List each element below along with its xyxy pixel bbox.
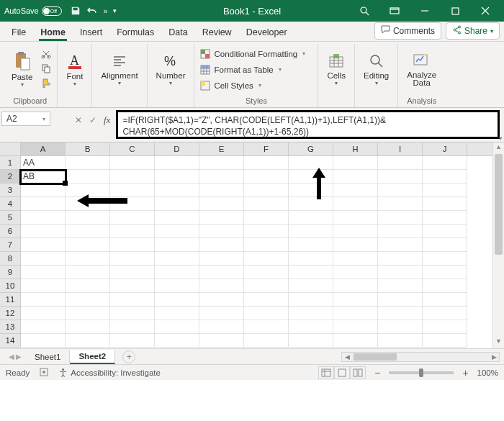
cell-D6[interactable] — [155, 225, 199, 238]
worksheet-grid[interactable]: ABCDEFGHIJ1AA2AB34567891011121314 ▲ ▼ — [0, 142, 504, 348]
col-header-B[interactable]: B — [66, 142, 110, 155]
toggle-switch[interactable]: Off — [42, 6, 62, 16]
row-header-8[interactable]: 8 — [0, 252, 21, 266]
cell-H3[interactable] — [333, 184, 378, 197]
cell-H7[interactable] — [333, 238, 378, 252]
cell-F13[interactable] — [244, 320, 289, 334]
cell-E11[interactable] — [199, 293, 244, 307]
cell-F14[interactable] — [244, 334, 289, 348]
minimize-icon[interactable] — [410, 0, 439, 22]
cell-A3[interactable] — [21, 184, 66, 197]
cell-C11[interactable] — [110, 293, 155, 307]
sheet-tab-1[interactable]: Sheet1 — [26, 350, 70, 363]
alignment-button[interactable]: Alignment ▾ — [98, 51, 140, 88]
cell-A2[interactable]: AB — [21, 170, 66, 184]
cell-E4[interactable] — [199, 197, 244, 211]
macro-record-icon[interactable] — [40, 368, 48, 378]
cell-H5[interactable] — [333, 211, 378, 225]
cell-B11[interactable] — [66, 293, 110, 307]
cell-F10[interactable] — [244, 279, 289, 293]
row-header-5[interactable]: 5 — [0, 211, 21, 225]
cell-E12[interactable] — [199, 307, 244, 320]
cell-J5[interactable] — [423, 211, 467, 225]
save-icon[interactable] — [71, 6, 81, 16]
scrollbar-thumb[interactable] — [495, 154, 503, 255]
cell-J3[interactable] — [423, 184, 467, 197]
undo-icon[interactable] — [86, 6, 98, 16]
cell-G14[interactable] — [289, 334, 333, 348]
cell-C9[interactable] — [110, 266, 155, 279]
cell-J7[interactable] — [423, 238, 467, 252]
cell-B13[interactable] — [66, 320, 110, 334]
cell-I7[interactable] — [378, 238, 423, 252]
cell-H6[interactable] — [333, 225, 378, 238]
row-header-11[interactable]: 11 — [0, 293, 21, 307]
cell-I2[interactable] — [378, 170, 423, 184]
cell-H10[interactable] — [333, 279, 378, 293]
cell-I10[interactable] — [378, 279, 423, 293]
cell-E8[interactable] — [199, 252, 244, 266]
cell-G5[interactable] — [289, 211, 333, 225]
cell-D11[interactable] — [155, 293, 199, 307]
cell-D2[interactable] — [155, 170, 199, 184]
cell-J10[interactable] — [423, 279, 467, 293]
cell-A14[interactable] — [21, 334, 66, 348]
cell-A4[interactable] — [21, 197, 66, 211]
cell-C5[interactable] — [110, 211, 155, 225]
name-box[interactable]: A2 ▾ — [1, 112, 50, 126]
col-header-F[interactable]: F — [244, 142, 289, 155]
cell-A5[interactable] — [21, 211, 66, 225]
cell-B12[interactable] — [66, 307, 110, 320]
row-header-1[interactable]: 1 — [0, 156, 21, 170]
tab-file[interactable]: File — [4, 24, 33, 41]
row-header-9[interactable]: 9 — [0, 266, 21, 279]
qat-dropdown-icon[interactable]: ▾ — [113, 7, 117, 14]
cell-I13[interactable] — [378, 320, 423, 334]
cell-C1[interactable] — [110, 156, 155, 170]
row-header-4[interactable]: 4 — [0, 197, 21, 211]
chevron-down-icon[interactable]: ▾ — [42, 116, 45, 122]
autosave-toggle[interactable]: AutoSave Off — [4, 6, 62, 16]
cell-H12[interactable] — [333, 307, 378, 320]
cell-F7[interactable] — [244, 238, 289, 252]
cell-I6[interactable] — [378, 225, 423, 238]
cell-H8[interactable] — [333, 252, 378, 266]
cell-I3[interactable] — [378, 184, 423, 197]
cell-J12[interactable] — [423, 307, 467, 320]
cell-F4[interactable] — [244, 197, 289, 211]
cell-A8[interactable] — [21, 252, 66, 266]
cell-I11[interactable] — [378, 293, 423, 307]
cell-D1[interactable] — [155, 156, 199, 170]
cell-G11[interactable] — [289, 293, 333, 307]
cell-A6[interactable] — [21, 225, 66, 238]
row-header-7[interactable]: 7 — [0, 238, 21, 252]
hscroll-thumb[interactable] — [354, 353, 397, 361]
row-header-2[interactable]: 2 — [0, 170, 21, 184]
cell-D3[interactable] — [155, 184, 199, 197]
cell-A12[interactable] — [21, 307, 66, 320]
page-break-view-icon[interactable] — [350, 366, 366, 379]
cell-A7[interactable] — [21, 238, 66, 252]
col-header-E[interactable]: E — [199, 142, 244, 155]
cell-B8[interactable] — [66, 252, 110, 266]
cell-C7[interactable] — [110, 238, 155, 252]
tab-developer[interactable]: Developer — [239, 24, 294, 41]
add-sheet-button[interactable]: + — [122, 350, 135, 363]
row-header-13[interactable]: 13 — [0, 320, 21, 334]
zoom-out-button[interactable]: − — [372, 367, 383, 379]
cell-F3[interactable] — [244, 184, 289, 197]
enter-formula-icon[interactable]: ✓ — [89, 115, 96, 125]
cell-B9[interactable] — [66, 266, 110, 279]
normal-view-icon[interactable] — [318, 366, 334, 379]
close-icon[interactable] — [471, 0, 500, 22]
cell-E2[interactable] — [199, 170, 244, 184]
cell-F8[interactable] — [244, 252, 289, 266]
cell-H1[interactable] — [333, 156, 378, 170]
row-header-12[interactable]: 12 — [0, 307, 21, 320]
cell-E6[interactable] — [199, 225, 244, 238]
cell-B7[interactable] — [66, 238, 110, 252]
zoom-slider[interactable] — [389, 371, 454, 374]
cell-D8[interactable] — [155, 252, 199, 266]
cell-H2[interactable] — [333, 170, 378, 184]
editing-button[interactable]: Editing ▾ — [361, 51, 392, 88]
